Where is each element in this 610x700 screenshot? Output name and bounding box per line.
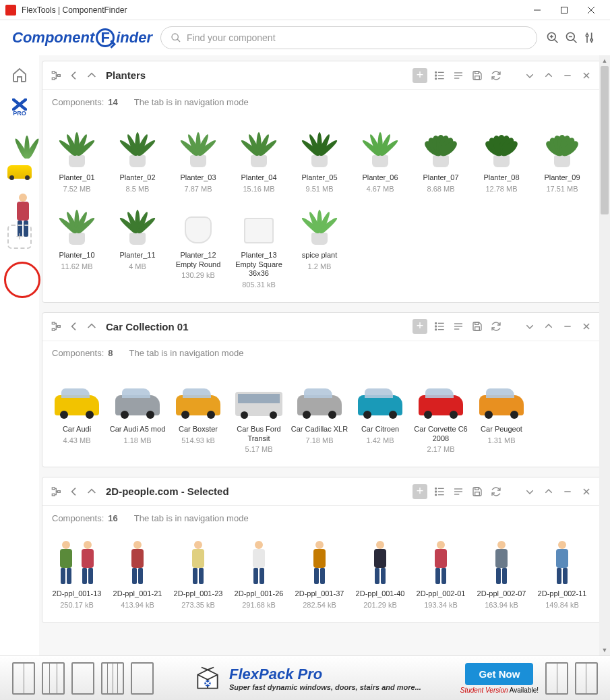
close-button[interactable] (578, 1, 605, 20)
component-item[interactable]: Planter_03 7.87 MB (168, 119, 228, 197)
product-icon-7[interactable] (575, 662, 598, 695)
component-item[interactable]: spice plant 1.2 MB (289, 197, 350, 293)
minimize-button[interactable] (524, 1, 551, 20)
chevron-up-icon[interactable] (542, 320, 555, 333)
tree-icon[interactable] (51, 69, 63, 82)
sidebar-tab-people[interactable] (7, 192, 32, 217)
tree-icon[interactable] (51, 320, 63, 332)
scroll-up-icon[interactable]: ▲ (599, 55, 610, 66)
close-panel-icon[interactable] (580, 320, 593, 333)
component-size: 15.16 MB (243, 185, 274, 194)
product-icon-1[interactable] (12, 662, 35, 695)
sidebar-home[interactable] (7, 62, 32, 88)
component-item[interactable]: 2D-ppl_002-11 149.84 kB (532, 535, 592, 613)
sort-icon[interactable] (452, 485, 465, 498)
component-item[interactable]: Planter_11 4 MB (107, 197, 168, 293)
svg-point-39 (435, 323, 437, 324)
component-item[interactable]: Planter_04 15.16 MB (228, 119, 289, 197)
chevron-down-icon[interactable] (523, 69, 537, 82)
zoom-in-icon[interactable] (545, 30, 560, 45)
component-item[interactable]: Planter_05 9.51 MB (289, 119, 350, 197)
sidebar-xpro[interactable]: PRO (7, 94, 32, 120)
component-item[interactable]: 2D-ppl_001-21 413.94 kB (107, 535, 168, 613)
save-icon[interactable] (470, 485, 484, 498)
component-item[interactable]: Planter_13 Empty Square 36x36 805.31 kB (228, 197, 289, 293)
add-button[interactable]: + (413, 319, 427, 334)
save-icon[interactable] (470, 320, 484, 333)
up-icon[interactable] (86, 486, 98, 498)
tree-icon[interactable] (51, 486, 63, 498)
search-input[interactable] (187, 32, 527, 43)
chevron-down-icon[interactable] (523, 320, 537, 333)
up-icon[interactable] (86, 69, 98, 82)
component-name: Planter_09 (544, 173, 580, 183)
component-item[interactable]: Planter_08 12.78 MB (471, 119, 532, 197)
refresh-icon[interactable] (489, 485, 503, 498)
up-icon[interactable] (86, 320, 98, 332)
component-item[interactable]: Car Corvette C6 2008 2.17 MB (410, 371, 471, 457)
sort-icon[interactable] (452, 320, 465, 333)
product-icon-3[interactable] (71, 662, 94, 695)
component-item[interactable]: Planter_06 4.67 MB (350, 119, 410, 197)
component-item[interactable]: 2D-ppl_001-23 273.35 kB (168, 535, 228, 613)
search-box[interactable] (160, 26, 537, 49)
list-icon[interactable] (433, 485, 446, 498)
refresh-icon[interactable] (489, 69, 503, 82)
minimize-panel-icon[interactable] (561, 320, 574, 333)
component-item[interactable]: Car Audi 4.43 MB (47, 371, 107, 457)
back-icon[interactable] (68, 320, 80, 332)
save-icon[interactable] (470, 69, 484, 82)
chevron-up-icon[interactable] (542, 69, 555, 82)
component-item[interactable]: Car Boxster 514.93 kB (168, 371, 228, 457)
svg-rect-38 (57, 326, 60, 328)
minimize-panel-icon[interactable] (561, 485, 574, 498)
get-now-button[interactable]: Get Now (465, 663, 533, 685)
zoom-out-icon[interactable] (564, 30, 579, 45)
sort-icon[interactable] (452, 69, 465, 82)
component-item[interactable]: Car Peugeot 1.31 MB (471, 371, 532, 457)
add-button[interactable]: + (413, 484, 427, 499)
sidebar-tab-cars[interactable] (7, 159, 32, 185)
list-icon[interactable] (433, 69, 446, 82)
component-item[interactable]: 2D-ppl_002-01 193.34 kB (410, 535, 471, 613)
close-panel-icon[interactable] (580, 69, 593, 82)
product-icon-4[interactable] (101, 662, 124, 695)
component-item[interactable]: Planter_10 11.62 MB (47, 197, 107, 293)
scrollbar-thumb[interactable] (601, 66, 609, 214)
component-item[interactable]: Planter_01 7.52 MB (47, 119, 107, 197)
component-item[interactable]: Car Bus Ford Transit 5.17 MB (228, 371, 289, 457)
minimize-panel-icon[interactable] (561, 69, 574, 82)
component-item[interactable]: 2D-ppl_002-07 163.94 kB (471, 535, 532, 613)
component-item[interactable]: 2D-ppl_001-40 201.29 kB (350, 535, 410, 613)
component-name: Car Corvette C6 2008 (412, 425, 470, 444)
add-button[interactable]: + (413, 68, 427, 83)
refresh-icon[interactable] (489, 320, 503, 333)
back-icon[interactable] (68, 69, 80, 82)
component-item[interactable]: 2D-ppl_001-37 282.54 kB (289, 535, 350, 613)
sidebar-tab-planters[interactable] (7, 127, 32, 152)
product-icon-2[interactable] (42, 662, 65, 695)
maximize-button[interactable] (551, 1, 578, 20)
component-item[interactable]: Planter_09 17.51 MB (532, 119, 592, 197)
product-icon-5[interactable] (131, 662, 154, 695)
component-item[interactable]: Car Citroen 1.42 MB (350, 371, 410, 457)
component-item[interactable]: Planter_02 8.5 MB (107, 119, 168, 197)
component-item[interactable]: Car Audi A5 mod 1.18 MB (107, 371, 168, 457)
scroll-down-icon[interactable]: ▼ (599, 645, 610, 655)
component-item[interactable]: 2D-ppl_001-26 291.68 kB (228, 535, 289, 613)
component-item[interactable]: Car Cadillac XLR 7.18 MB (289, 371, 350, 457)
chevron-up-icon[interactable] (542, 485, 555, 498)
component-item[interactable]: Planter_07 8.68 MB (410, 119, 471, 197)
back-icon[interactable] (68, 486, 80, 498)
component-grid: Car Audi 4.43 MB Car Audi A5 mod 1.18 MB… (42, 366, 601, 467)
chevron-down-icon[interactable] (523, 485, 537, 498)
sidebar-add-tab[interactable]: + (7, 224, 32, 250)
product-icon-6[interactable] (545, 662, 568, 695)
component-item[interactable]: 2D-ppl_001-13 250.17 kB (47, 535, 107, 613)
mode-text: The tab is in navigation mode (129, 348, 244, 358)
component-item[interactable]: Planter_12 Empty Round 130.29 kB (168, 197, 228, 293)
settings-icon[interactable] (583, 30, 598, 45)
scrollbar-vertical[interactable]: ▲ ▼ (599, 55, 610, 655)
close-panel-icon[interactable] (580, 485, 593, 498)
list-icon[interactable] (433, 320, 446, 333)
